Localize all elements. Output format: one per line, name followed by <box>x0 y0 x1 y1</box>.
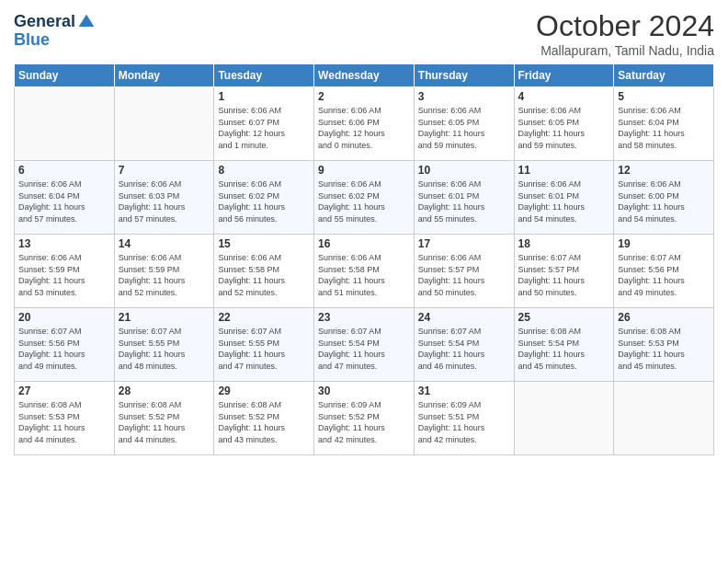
day-number: 23 <box>318 311 410 324</box>
calendar-cell: 31Sunrise: 6:09 AM Sunset: 5:51 PM Dayli… <box>414 382 514 455</box>
day-number: 29 <box>218 385 310 397</box>
day-info: Sunrise: 6:08 AM Sunset: 5:53 PM Dayligh… <box>618 326 710 372</box>
day-info: Sunrise: 6:07 AM Sunset: 5:54 PM Dayligh… <box>318 326 410 372</box>
calendar-cell: 24Sunrise: 6:07 AM Sunset: 5:54 PM Dayli… <box>414 308 514 382</box>
day-number: 17 <box>418 237 510 250</box>
calendar-cell: 5Sunrise: 6:06 AM Sunset: 6:04 PM Daylig… <box>614 87 714 161</box>
day-info: Sunrise: 6:06 AM Sunset: 6:01 PM Dayligh… <box>518 178 610 224</box>
day-info: Sunrise: 6:06 AM Sunset: 6:02 PM Dayligh… <box>318 178 410 224</box>
header-wednesday: Wednesday <box>314 64 415 87</box>
calendar-cell: 9Sunrise: 6:06 AM Sunset: 6:02 PM Daylig… <box>314 161 415 235</box>
day-number: 7 <box>119 164 210 177</box>
day-info: Sunrise: 6:06 AM Sunset: 5:58 PM Dayligh… <box>218 252 310 298</box>
calendar-cell <box>15 87 115 161</box>
day-info: Sunrise: 6:06 AM Sunset: 6:05 PM Dayligh… <box>418 105 510 151</box>
day-info: Sunrise: 6:06 AM Sunset: 6:05 PM Dayligh… <box>518 105 610 151</box>
day-info: Sunrise: 6:06 AM Sunset: 6:06 PM Dayligh… <box>318 105 410 151</box>
day-info: Sunrise: 6:07 AM Sunset: 5:55 PM Dayligh… <box>119 326 210 372</box>
day-info: Sunrise: 6:06 AM Sunset: 6:02 PM Dayligh… <box>218 178 310 224</box>
calendar-cell: 22Sunrise: 6:07 AM Sunset: 5:55 PM Dayli… <box>214 308 314 382</box>
day-number: 11 <box>518 164 610 177</box>
calendar-week-4: 20Sunrise: 6:07 AM Sunset: 5:56 PM Dayli… <box>15 308 714 382</box>
calendar-week-2: 6Sunrise: 6:06 AM Sunset: 6:04 PM Daylig… <box>15 161 714 235</box>
header-row-days: Sunday Monday Tuesday Wednesday Thursday… <box>15 64 714 87</box>
calendar-cell: 1Sunrise: 6:06 AM Sunset: 6:07 PM Daylig… <box>214 87 314 161</box>
day-number: 8 <box>218 164 310 177</box>
header-monday: Monday <box>114 64 214 87</box>
calendar-cell: 13Sunrise: 6:06 AM Sunset: 5:59 PM Dayli… <box>15 235 115 308</box>
day-info: Sunrise: 6:07 AM Sunset: 5:55 PM Dayligh… <box>218 326 310 372</box>
day-number: 18 <box>518 237 610 250</box>
calendar-cell: 6Sunrise: 6:06 AM Sunset: 6:04 PM Daylig… <box>15 161 115 235</box>
calendar-cell <box>614 382 714 455</box>
calendar-cell: 18Sunrise: 6:07 AM Sunset: 5:57 PM Dayli… <box>514 235 614 308</box>
calendar-cell <box>514 382 614 455</box>
logo-text-general: General <box>14 13 75 31</box>
location-subtitle: Mallapuram, Tamil Nadu, India <box>536 43 714 58</box>
day-number: 10 <box>418 164 510 177</box>
calendar-cell: 20Sunrise: 6:07 AM Sunset: 5:56 PM Dayli… <box>15 308 115 382</box>
calendar-cell: 3Sunrise: 6:06 AM Sunset: 6:05 PM Daylig… <box>414 87 514 161</box>
logo-icon <box>77 13 96 31</box>
day-info: Sunrise: 6:09 AM Sunset: 5:52 PM Dayligh… <box>318 399 410 445</box>
day-number: 6 <box>18 164 110 177</box>
page-container: General Blue October 2024 Mallapuram, Ta… <box>0 0 728 465</box>
day-info: Sunrise: 6:08 AM Sunset: 5:52 PM Dayligh… <box>218 399 310 445</box>
calendar-cell: 2Sunrise: 6:06 AM Sunset: 6:06 PM Daylig… <box>314 87 415 161</box>
day-info: Sunrise: 6:06 AM Sunset: 6:04 PM Dayligh… <box>618 105 710 151</box>
day-number: 19 <box>618 237 710 250</box>
calendar-cell: 10Sunrise: 6:06 AM Sunset: 6:01 PM Dayli… <box>414 161 514 235</box>
calendar-cell: 21Sunrise: 6:07 AM Sunset: 5:55 PM Dayli… <box>114 308 214 382</box>
month-title: October 2024 <box>536 9 714 43</box>
day-number: 21 <box>119 311 210 324</box>
day-info: Sunrise: 6:08 AM Sunset: 5:52 PM Dayligh… <box>119 399 210 445</box>
title-section: October 2024 Mallapuram, Tamil Nadu, Ind… <box>536 9 714 58</box>
day-info: Sunrise: 6:06 AM Sunset: 5:57 PM Dayligh… <box>418 252 510 298</box>
day-info: Sunrise: 6:07 AM Sunset: 5:54 PM Dayligh… <box>418 326 510 372</box>
day-info: Sunrise: 6:07 AM Sunset: 5:57 PM Dayligh… <box>518 252 610 298</box>
calendar-cell: 25Sunrise: 6:08 AM Sunset: 5:54 PM Dayli… <box>514 308 614 382</box>
calendar-cell: 12Sunrise: 6:06 AM Sunset: 6:00 PM Dayli… <box>614 161 714 235</box>
day-info: Sunrise: 6:06 AM Sunset: 6:01 PM Dayligh… <box>418 178 510 224</box>
calendar-cell: 28Sunrise: 6:08 AM Sunset: 5:52 PM Dayli… <box>114 382 214 455</box>
day-number: 27 <box>18 385 110 397</box>
svg-marker-0 <box>79 15 95 27</box>
calendar-cell: 16Sunrise: 6:06 AM Sunset: 5:58 PM Dayli… <box>314 235 415 308</box>
calendar-table: Sunday Monday Tuesday Wednesday Thursday… <box>14 63 714 455</box>
calendar-cell: 23Sunrise: 6:07 AM Sunset: 5:54 PM Dayli… <box>314 308 415 382</box>
day-info: Sunrise: 6:09 AM Sunset: 5:51 PM Dayligh… <box>418 399 510 445</box>
header-thursday: Thursday <box>414 64 514 87</box>
day-number: 31 <box>418 385 510 397</box>
header-row: General Blue October 2024 Mallapuram, Ta… <box>14 9 714 58</box>
header-friday: Friday <box>514 64 614 87</box>
day-info: Sunrise: 6:06 AM Sunset: 6:07 PM Dayligh… <box>218 105 310 151</box>
day-number: 9 <box>318 164 410 177</box>
logo: General Blue <box>14 13 96 50</box>
day-number: 22 <box>218 311 310 324</box>
day-number: 15 <box>218 237 310 250</box>
day-info: Sunrise: 6:08 AM Sunset: 5:53 PM Dayligh… <box>18 399 110 445</box>
header-sunday: Sunday <box>15 64 115 87</box>
calendar-cell: 11Sunrise: 6:06 AM Sunset: 6:01 PM Dayli… <box>514 161 614 235</box>
day-info: Sunrise: 6:07 AM Sunset: 5:56 PM Dayligh… <box>618 252 710 298</box>
day-info: Sunrise: 6:06 AM Sunset: 5:59 PM Dayligh… <box>119 252 210 298</box>
day-number: 14 <box>119 237 210 250</box>
day-number: 3 <box>418 90 510 103</box>
calendar-cell: 14Sunrise: 6:06 AM Sunset: 5:59 PM Dayli… <box>114 235 214 308</box>
day-info: Sunrise: 6:06 AM Sunset: 6:00 PM Dayligh… <box>618 178 710 224</box>
calendar-cell: 30Sunrise: 6:09 AM Sunset: 5:52 PM Dayli… <box>314 382 415 455</box>
calendar-cell: 17Sunrise: 6:06 AM Sunset: 5:57 PM Dayli… <box>414 235 514 308</box>
calendar-week-1: 1Sunrise: 6:06 AM Sunset: 6:07 PM Daylig… <box>15 87 714 161</box>
calendar-cell: 15Sunrise: 6:06 AM Sunset: 5:58 PM Dayli… <box>214 235 314 308</box>
day-info: Sunrise: 6:06 AM Sunset: 6:03 PM Dayligh… <box>119 178 210 224</box>
day-number: 2 <box>318 90 410 103</box>
logo-text-blue: Blue <box>14 30 50 49</box>
day-number: 28 <box>119 385 210 397</box>
day-number: 30 <box>318 385 410 397</box>
calendar-week-3: 13Sunrise: 6:06 AM Sunset: 5:59 PM Dayli… <box>15 235 714 308</box>
calendar-cell: 4Sunrise: 6:06 AM Sunset: 6:05 PM Daylig… <box>514 87 614 161</box>
calendar-cell: 26Sunrise: 6:08 AM Sunset: 5:53 PM Dayli… <box>614 308 714 382</box>
day-number: 26 <box>618 311 710 324</box>
day-number: 20 <box>18 311 110 324</box>
day-number: 12 <box>618 164 710 177</box>
